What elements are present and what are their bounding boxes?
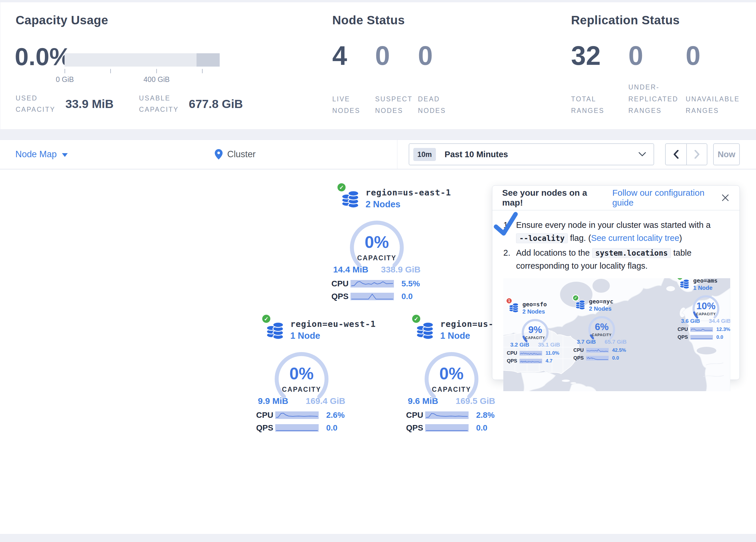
qps-label: QPS: [507, 358, 520, 364]
map-node-metrics: CPU 12.3% QPS 0.: [678, 327, 730, 340]
cpu-row: CPU 42.5%: [573, 348, 630, 353]
step-text: Add locations to the system.locations ta…: [516, 246, 729, 273]
capacity-axis-label-400: 400 GiB: [144, 75, 170, 84]
usable-capacity-value: 677.8 GiB: [189, 97, 243, 111]
cpu-value: 2.6%: [326, 411, 345, 420]
map-node-texts: geo=nyc 2 Nodes: [589, 298, 613, 312]
suspect-nodes-stat: 0 SUSPECT NODES: [375, 41, 418, 116]
region-node-count: 1 Node: [290, 331, 376, 341]
cpu-label: CPU: [406, 411, 425, 420]
region-metrics: CPU 5.5% QPS 0.0: [331, 279, 422, 301]
capacity-bar-reserved-segment: [197, 53, 220, 67]
total-ranges-value: 32: [571, 41, 628, 71]
locality-tree-link[interactable]: See current locality tree: [591, 233, 679, 242]
node-map-config-popup: See your nodes on a map! Follow our conf…: [492, 185, 740, 380]
qps-row: QPS 0.0: [406, 423, 497, 433]
region-node-us-east-1[interactable]: ✓ region=us-east-1 2 Nodes: [329, 187, 425, 301]
popup-body: 1. Ensure every node in your cluster was…: [492, 210, 740, 391]
dead-nodes-label: DEAD NODES: [418, 93, 461, 117]
map-node-metrics: CPU 42.5% QPS 0.: [573, 348, 630, 361]
qps-sparkline: [425, 424, 469, 432]
used-capacity-value: 33.9 MiB: [65, 97, 113, 111]
region-metrics: CPU 2.6% QPS 0.0: [256, 411, 347, 433]
qps-value: 0.0: [326, 423, 337, 433]
qps-sparkline: [351, 293, 394, 300]
locality-flag-code: --locality: [516, 233, 568, 243]
capacity-percent-value: 10%: [691, 301, 721, 312]
map-node-nyc[interactable]: ✓ geo=nyc 2 Nodes: [573, 298, 631, 361]
capacity-gauge: 0% CAPACITY: [271, 349, 332, 404]
map-node-icon-wrap: ✓: [575, 298, 586, 310]
cpu-row: CPU 2.8%: [406, 411, 497, 420]
unavailable-ranges-label: UNAVAILABLE RANGES: [686, 93, 740, 117]
qps-row: QPS 4.7: [507, 358, 564, 364]
breadcrumb[interactable]: Cluster: [215, 140, 256, 169]
map-node-ams[interactable]: ✓ geo=ams 1 Node: [677, 278, 730, 340]
cpu-sparkline: [520, 351, 542, 356]
qps-value: 0.0: [612, 355, 619, 361]
capacity-caption: CAPACITY: [421, 386, 482, 394]
capacity-gauge: 6% CAPACITY: [587, 315, 617, 342]
replication-status-title: Replication Status: [571, 13, 680, 27]
capacity-usage-title: Capacity Usage: [16, 13, 108, 27]
used-capacity-label: USED CAPACITY: [16, 93, 62, 115]
chevron-right-icon: [694, 150, 700, 159]
close-button[interactable]: [721, 193, 730, 202]
time-step-back-button[interactable]: [666, 144, 686, 165]
cpu-sparkline: [425, 412, 469, 419]
capacity-percent-value: 6%: [587, 322, 617, 333]
node-status-stats: 4 LIVE NODES 0 SUSPECT NODES 0 DEAD NODE…: [332, 41, 461, 116]
qps-row: QPS 0.0: [678, 335, 730, 340]
qps-label: QPS: [256, 423, 275, 433]
map-node-count: 1 Node: [693, 285, 718, 291]
breadcrumb-label: Cluster: [227, 149, 256, 159]
map-node-name: geo=ams: [693, 278, 718, 284]
alert-count-badge: 1: [506, 297, 513, 304]
region-node-eu-west-1[interactable]: ✓ region=eu-west-1 1 Node: [254, 319, 349, 433]
cpu-sparkline: [275, 412, 319, 419]
node-map-page: Capacity Usage 0.0% 0 GiB 400 GiB USED C…: [0, 0, 756, 542]
dead-nodes-stat: 0 DEAD NODES: [418, 41, 461, 116]
cpu-label: CPU: [678, 327, 690, 333]
qps-row: QPS 0.0: [256, 423, 347, 433]
capacity-bar: [65, 53, 220, 67]
qps-sparkline: [520, 359, 542, 363]
map-node-sfo[interactable]: 1 geo=sfo 2 Nodes: [506, 301, 564, 364]
step-number: 2.: [503, 246, 516, 273]
capacity-stats: USED CAPACITY 33.9 MiB USABLE CAPACITY 6…: [16, 93, 243, 115]
cpu-row: CPU 5.5%: [331, 279, 422, 289]
capacity-caption: CAPACITY: [346, 254, 407, 262]
healthy-check-icon: ✓: [337, 182, 346, 192]
close-icon: [721, 193, 730, 202]
map-pin-icon: [215, 149, 223, 159]
capacity-caption: CAPACITY: [520, 336, 550, 340]
now-button[interactable]: Now: [713, 143, 740, 165]
capacity-percent-value: 0%: [271, 364, 332, 383]
healthy-check-icon: ✓: [411, 314, 421, 324]
step-text-part: Add locations to the: [516, 248, 592, 257]
capacity-axis-label-0: 0 GiB: [56, 75, 74, 84]
map-node-icon-wrap: 1: [509, 301, 519, 313]
region-node-us-west-1[interactable]: ✓ region=us-west-1 1 Node: [404, 319, 499, 433]
unavailable-ranges-stat: 0 UNAVAILABLE RANGES: [686, 41, 743, 116]
view-selector-dropdown[interactable]: Node Map: [15, 140, 68, 169]
time-step-forward-button[interactable]: [686, 144, 707, 165]
capacity-caption: CAPACITY: [587, 333, 617, 337]
region-metrics: CPU 2.8% QPS 0.0: [406, 411, 497, 433]
region-name: region=us-east-1: [366, 187, 451, 197]
time-range-selector[interactable]: 10m Past 10 Minutes: [409, 143, 654, 165]
cpu-sparkline: [690, 327, 713, 332]
capacity-percent: 0.0%: [15, 42, 71, 71]
region-header: ✓ region=us-west-1 1 Node: [404, 319, 499, 341]
region-name: region=eu-west-1: [290, 319, 376, 329]
qps-value: 4.7: [546, 358, 553, 364]
used-capacity-stat: USED CAPACITY 33.9 MiB: [16, 93, 113, 115]
map-node-header: 1 geo=sfo 2 Nodes: [506, 301, 564, 315]
map-node-header: ✓ geo=ams 1 Node: [677, 278, 730, 291]
unavailable-ranges-value: 0: [686, 41, 743, 71]
usable-capacity-label: USABLE CAPACITY: [139, 93, 185, 115]
configuration-guide-link[interactable]: Follow our configuration guide: [612, 188, 721, 207]
region-node-count: 2 Nodes: [366, 199, 451, 209]
cpu-value: 2.8%: [476, 411, 495, 420]
map-node-count: 2 Nodes: [589, 306, 613, 312]
